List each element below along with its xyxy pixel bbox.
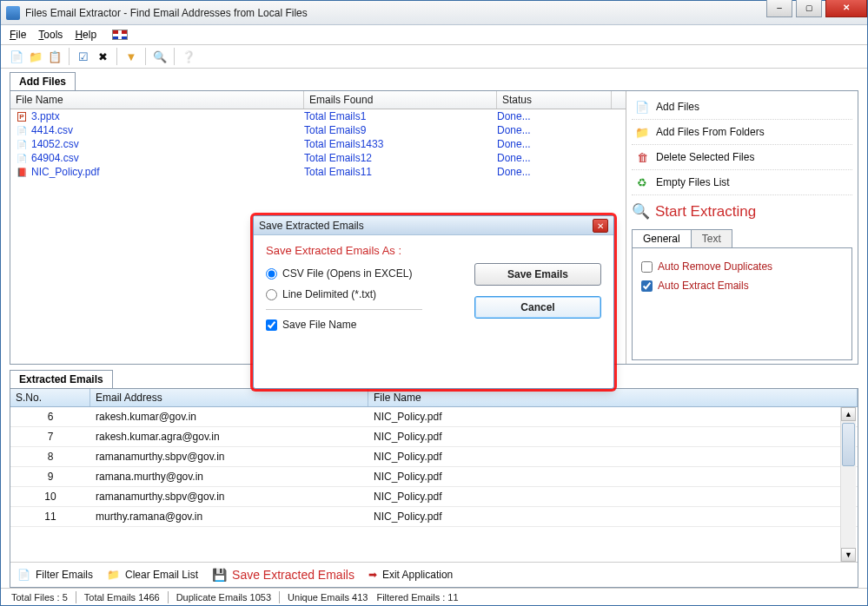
tab-general[interactable]: General — [632, 229, 692, 248]
folder-icon: 📁 — [635, 125, 649, 139]
col-sno[interactable]: S.No. — [10, 389, 90, 406]
copy-icon[interactable]: 📋 — [46, 48, 63, 65]
extracted-row[interactable]: 9ramana.murthy@gov.inNIC_Policy.pdf — [10, 467, 858, 487]
file-type-icon: 📕 — [16, 166, 28, 178]
action-empty-list[interactable]: ♻Empty Files List — [632, 170, 852, 195]
filter-icon[interactable]: ▼ — [123, 48, 140, 65]
cancel-button[interactable]: Cancel — [474, 296, 601, 319]
action-label: Delete Selected Files — [656, 151, 754, 163]
btn-save-extracted-emails[interactable]: 💾Save Extracted Emails — [212, 568, 354, 582]
close-button[interactable] — [825, 0, 867, 17]
save-emails-button[interactable]: Save Emails — [474, 263, 601, 286]
col-file[interactable]: File Name — [368, 389, 858, 406]
opt-auto-remove-duplicates[interactable]: Auto Remove Duplicates — [641, 257, 843, 276]
opt-auto-extract-emails[interactable]: Auto Extract Emails — [641, 276, 843, 295]
divider — [266, 309, 422, 310]
file-row[interactable]: 📕NIC_Policy.pdfTotal Emails11Done... — [10, 165, 626, 179]
radio-csv[interactable]: CSV File (Opens in EXCEL) — [266, 267, 457, 280]
menu-tools[interactable]: Tools — [38, 29, 63, 41]
language-flag-icon[interactable] — [112, 30, 128, 40]
action-delete-selected[interactable]: 🗑Delete Selected Files — [632, 145, 852, 170]
select-all-icon[interactable]: ☑ — [75, 48, 92, 65]
search-icon: 🔍 — [632, 202, 650, 221]
row-file: NIC_Policy.pdf — [368, 411, 858, 423]
row-sno: 6 — [10, 411, 90, 423]
scrollbar[interactable]: ▲ ▼ — [840, 407, 856, 562]
file-type-icon: 📄 — [16, 124, 28, 136]
row-file: NIC_Policy.pdf — [368, 431, 858, 443]
add-file-icon[interactable]: 📄 — [8, 48, 25, 65]
checkbox-label: Auto Remove Duplicates — [658, 260, 772, 273]
extracted-row[interactable]: 7rakesh.kumar.agra@gov.inNIC_Policy.pdf — [10, 427, 858, 447]
col-status[interactable]: Status — [497, 91, 612, 109]
file-row[interactable]: 📄14052.csvTotal Emails1433Done... — [10, 137, 626, 151]
checkbox[interactable] — [266, 319, 277, 331]
toolbar-separator — [174, 48, 175, 65]
action-label: Start Extracting — [655, 203, 756, 221]
action-label: Add Files From Folders — [656, 126, 765, 138]
file-name: NIC_Policy.pdf — [31, 166, 99, 178]
file-status: Done... — [497, 166, 612, 178]
col-emails-found[interactable]: Emails Found — [304, 91, 497, 109]
row-file: NIC_Policy.pdf — [368, 491, 858, 503]
file-row[interactable]: 📄64904.csvTotal Emails12Done... — [10, 151, 626, 165]
file-status: Done... — [497, 110, 612, 122]
extracted-row[interactable]: 6rakesh.kumar@gov.inNIC_Policy.pdf — [10, 407, 858, 427]
file-status: Done... — [497, 124, 612, 136]
menu-file[interactable]: File — [10, 29, 26, 41]
checkbox[interactable] — [641, 261, 653, 273]
dialog-close-button[interactable]: ✕ — [593, 219, 608, 233]
radio-txt[interactable]: Line Delimited (*.txt) — [266, 288, 457, 300]
button-label: Save Extracted Emails — [232, 568, 354, 582]
toolbar: 📄 📁 📋 ☑ ✖ ▼ 🔍 ❔ — [1, 44, 867, 69]
status-bar: Total Files : 5 Total Emails 1466 Duplic… — [1, 588, 867, 605]
extracted-header: S.No. Email Address File Name — [10, 389, 858, 407]
radio-input[interactable] — [266, 289, 277, 300]
radio-label: CSV File (Opens in EXCEL) — [282, 267, 412, 280]
add-file-icon: 📄 — [635, 100, 649, 114]
maximize-button[interactable] — [796, 0, 822, 17]
action-add-files[interactable]: 📄Add Files — [632, 95, 852, 120]
action-start-extracting[interactable]: 🔍Start Extracting — [632, 195, 852, 229]
row-email: ramanamurthy.sbpv@gov.in — [90, 451, 368, 463]
action-add-folders[interactable]: 📁Add Files From Folders — [632, 120, 852, 145]
btn-filter-emails[interactable]: 📄Filter Emails — [17, 569, 93, 581]
file-row[interactable]: 📄4414.csvTotal Emails9Done... — [10, 123, 626, 137]
btn-exit-application[interactable]: ➡Exit Application — [368, 569, 453, 581]
file-row[interactable]: P3.pptxTotal Emails1Done... — [10, 109, 626, 123]
save-dialog: Save Extracted Emails ✕ Save Extracted E… — [253, 215, 614, 389]
refresh-icon: ♻ — [635, 175, 649, 189]
files-header: File Name Emails Found Status — [10, 91, 626, 109]
tab-add-files[interactable]: Add Files — [10, 72, 76, 90]
row-sno: 11 — [10, 510, 90, 523]
btn-clear-email-list[interactable]: 📁Clear Email List — [107, 569, 198, 581]
delete-icon[interactable]: ✖ — [94, 48, 111, 65]
minimize-button[interactable] — [766, 0, 792, 17]
button-label: Exit Application — [382, 569, 453, 581]
row-file: NIC_Policy.pdf — [368, 451, 858, 463]
scroll-up-icon[interactable]: ▲ — [841, 407, 856, 421]
status-total-files: Total Files : 5 — [8, 592, 71, 603]
search-icon[interactable]: 🔍 — [151, 48, 169, 65]
button-label: Clear Email List — [125, 569, 198, 581]
extracted-row[interactable]: 11murthy.ramana@gov.inNIC_Policy.pdf — [10, 507, 858, 527]
scroll-thumb[interactable] — [842, 423, 855, 466]
menu-help[interactable]: Help — [75, 29, 96, 41]
col-file-name[interactable]: File Name — [10, 91, 304, 109]
help-icon[interactable]: ❔ — [180, 48, 197, 65]
checkbox[interactable] — [641, 280, 653, 292]
radio-label: Line Delimited (*.txt) — [282, 288, 376, 300]
file-type-icon: P — [16, 110, 28, 122]
scroll-down-icon[interactable]: ▼ — [841, 548, 856, 562]
extracted-row[interactable]: 10ramanamurthy.sbpv@gov.inNIC_Policy.pdf — [10, 487, 858, 507]
extracted-row[interactable]: 8ramanamurthy.sbpv@gov.inNIC_Policy.pdf — [10, 447, 858, 467]
radio-input[interactable] — [266, 268, 277, 280]
tab-extracted-emails[interactable]: Extracted Emails — [10, 370, 113, 388]
chk-save-file-name[interactable]: Save File Name — [266, 319, 457, 331]
emails-found: Total Emails9 — [304, 124, 497, 136]
tab-text[interactable]: Text — [692, 229, 732, 248]
col-email[interactable]: Email Address — [90, 389, 368, 406]
file-name: 14052.csv — [31, 138, 79, 150]
add-folder-icon[interactable]: 📁 — [27, 48, 44, 65]
save-icon: 💾 — [212, 568, 227, 582]
